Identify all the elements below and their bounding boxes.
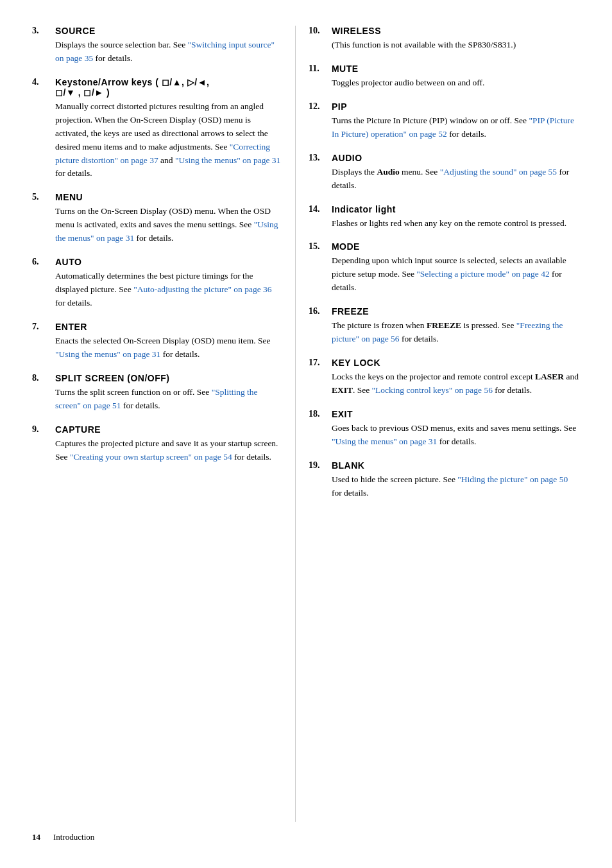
entry-8-number: 8. — [32, 373, 55, 413]
entry-10: 10. WIRELESS (This function is not avail… — [309, 26, 580, 52]
entry-16: 16. FREEZE The picture is frozen when FR… — [309, 306, 580, 346]
entry-19-body: Used to hide the screen picture. See "Hi… — [332, 473, 580, 500]
entry-15-link[interactable]: "Selecting a picture mode" on page 42 — [416, 269, 549, 279]
entry-17-bold2: EXIT — [332, 385, 353, 395]
entry-10-content: WIRELESS (This function is not available… — [332, 26, 580, 52]
entry-11: 11. MUTE Toggles projector audio between… — [309, 64, 580, 90]
page-footer: 14 Introduction — [32, 822, 580, 842]
entry-15-body: Depending upon which input source is sel… — [332, 254, 580, 295]
entry-16-body: The picture is frozen when FREEZE is pre… — [332, 319, 580, 346]
entry-4: 4. Keystone/Arrow keys ( ◻/▲, ▷/◄,◻/▼ , … — [32, 77, 282, 181]
entry-19-title: BLANK — [332, 460, 580, 471]
entry-18-link[interactable]: "Using the menus" on page 31 — [332, 437, 437, 446]
page-number: 14 — [32, 832, 40, 842]
entry-17-link[interactable]: "Locking control keys" on page 56 — [372, 385, 493, 395]
entry-17: 17. KEY LOCK Locks the keys on the proje… — [309, 358, 580, 397]
entry-3-body: Displays the source selection bar. See "… — [55, 39, 282, 65]
entry-5: 5. MENU Turns on the On-Screen Display (… — [32, 192, 282, 245]
entry-13-number: 13. — [309, 153, 332, 193]
entry-14-content: Indicator light Flashes or lights red wh… — [332, 204, 580, 230]
entry-7-link[interactable]: "Using the menus" on page 31 — [55, 349, 160, 359]
entry-5-title: MENU — [55, 192, 282, 202]
entry-14-title: Indicator light — [332, 204, 580, 214]
entry-7-content: ENTER Enacts the selected On-Screen Disp… — [55, 322, 282, 361]
entry-19-number: 19. — [309, 460, 332, 500]
entry-10-number: 10. — [309, 26, 332, 52]
entry-5-content: MENU Turns on the On-Screen Display (OSD… — [55, 192, 282, 245]
entry-6-link[interactable]: "Auto-adjusting the picture" on page 36 — [133, 284, 271, 294]
entry-8-title: SPLIT SCREEN (ON/OFF) — [55, 373, 282, 383]
entry-7-number: 7. — [32, 322, 55, 361]
entry-8-link[interactable]: "Splitting the screen" on page 51 — [55, 387, 258, 410]
entry-4-title: Keystone/Arrow keys ( ◻/▲, ▷/◄,◻/▼ , ◻/►… — [55, 77, 282, 98]
entry-15-content: MODE Depending upon which input source i… — [332, 241, 580, 295]
entry-12-body: Turns the Picture In Picture (PIP) windo… — [332, 114, 580, 141]
entry-3-content: SOURCE Displays the source selection bar… — [55, 26, 282, 65]
entry-19-content: BLANK Used to hide the screen picture. S… — [332, 460, 580, 500]
entry-14-body: Flashes or lights red when any key on th… — [332, 217, 580, 230]
entry-12-title: PIP — [332, 101, 580, 112]
entry-6-body: Automatically determines the best pictur… — [55, 270, 282, 310]
entry-6-content: AUTO Automatically determines the best p… — [55, 257, 282, 310]
entry-12-content: PIP Turns the Picture In Picture (PIP) w… — [332, 101, 580, 141]
entry-17-bold1: LASER — [535, 372, 564, 381]
entry-13-body: Displays the Audio menu. See "Adjusting … — [332, 166, 580, 193]
entry-6: 6. AUTO Automatically determines the bes… — [32, 257, 282, 310]
entry-4-content: Keystone/Arrow keys ( ◻/▲, ▷/◄,◻/▼ , ◻/►… — [55, 77, 282, 181]
entry-16-content: FREEZE The picture is frozen when FREEZE… — [332, 306, 580, 346]
entry-7-title: ENTER — [55, 322, 282, 332]
entry-13-content: AUDIO Displays the Audio menu. See "Adju… — [332, 153, 580, 193]
entry-13-link[interactable]: "Adjusting the sound" on page 55 — [440, 167, 557, 177]
entry-14-number: 14. — [309, 204, 332, 230]
entry-18-content: EXIT Goes back to previous OSD menus, ex… — [332, 409, 580, 449]
entry-16-title: FREEZE — [332, 306, 580, 317]
entry-5-body: Turns on the On-Screen Display (OSD) men… — [55, 205, 282, 245]
entry-8-content: SPLIT SCREEN (ON/OFF) Turns the split sc… — [55, 373, 282, 413]
left-column: 3. SOURCE Displays the source selection … — [32, 26, 295, 822]
entry-9: 9. CAPTURE Captures the projected pictur… — [32, 424, 282, 464]
entry-17-content: KEY LOCK Locks the keys on the projector… — [332, 358, 580, 397]
section-label: Introduction — [53, 832, 94, 842]
entry-17-body: Locks the keys on the projector and remo… — [332, 370, 580, 397]
entry-9-link[interactable]: "Creating your own startup screen" on pa… — [70, 452, 232, 462]
entry-8-body: Turns the split screen function on or of… — [55, 386, 282, 413]
entry-7-body: Enacts the selected On-Screen Display (O… — [55, 334, 282, 361]
entry-18-body: Goes back to previous OSD menus, exits a… — [332, 422, 580, 449]
main-columns: 3. SOURCE Displays the source selection … — [32, 26, 580, 822]
page: 3. SOURCE Displays the source selection … — [0, 0, 612, 868]
entry-3: 3. SOURCE Displays the source selection … — [32, 26, 282, 65]
entry-12: 12. PIP Turns the Picture In Picture (PI… — [309, 101, 580, 141]
entry-5-link[interactable]: "Using the menus" on page 31 — [55, 220, 278, 243]
entry-4-link2[interactable]: "Using the menus" on page 31 — [175, 155, 280, 165]
entry-17-number: 17. — [309, 358, 332, 397]
entry-15-number: 15. — [309, 241, 332, 295]
entry-12-link[interactable]: "PIP (Picture In Picture) operation" on … — [332, 116, 574, 139]
entry-3-title: SOURCE — [55, 26, 282, 36]
entry-13-bold: Audio — [377, 167, 399, 177]
entry-11-content: MUTE Toggles projector audio between on … — [332, 64, 580, 90]
entry-11-body: Toggles projector audio between on and o… — [332, 76, 580, 90]
entry-7: 7. ENTER Enacts the selected On-Screen D… — [32, 322, 282, 361]
entry-18-title: EXIT — [332, 409, 580, 419]
entry-6-title: AUTO — [55, 257, 282, 267]
entry-9-number: 9. — [32, 424, 55, 464]
entry-9-title: CAPTURE — [55, 424, 282, 435]
entry-9-body: Captures the projected picture and save … — [55, 437, 282, 464]
entry-3-number: 3. — [32, 26, 55, 65]
entry-15: 15. MODE Depending upon which input sour… — [309, 241, 580, 295]
entry-4-number: 4. — [32, 77, 55, 181]
entry-14: 14. Indicator light Flashes or lights re… — [309, 204, 580, 230]
entry-18-number: 18. — [309, 409, 332, 449]
right-column: 10. WIRELESS (This function is not avail… — [295, 26, 580, 822]
entry-10-title: WIRELESS — [332, 26, 580, 36]
entry-17-title: KEY LOCK — [332, 358, 580, 368]
entry-9-content: CAPTURE Captures the projected picture a… — [55, 424, 282, 464]
entry-5-number: 5. — [32, 192, 55, 245]
entry-19-link[interactable]: "Hiding the picture" on page 50 — [457, 474, 568, 484]
entry-16-bold: FREEZE — [427, 320, 461, 330]
entry-15-title: MODE — [332, 241, 580, 252]
entry-3-link[interactable]: "Switching input source" on page 35 — [55, 40, 275, 63]
entry-13: 13. AUDIO Displays the Audio menu. See "… — [309, 153, 580, 193]
entry-11-number: 11. — [309, 64, 332, 90]
entry-18: 18. EXIT Goes back to previous OSD menus… — [309, 409, 580, 449]
